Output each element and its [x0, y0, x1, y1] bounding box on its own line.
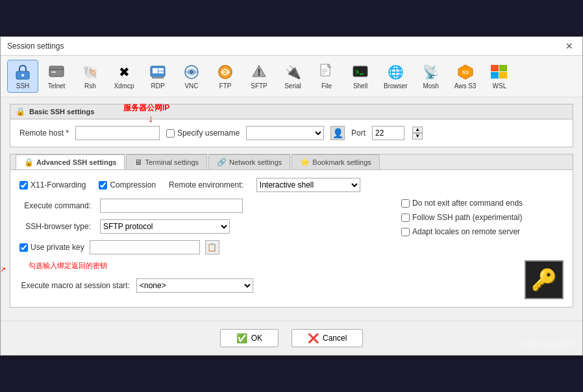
- compression-checkbox[interactable]: [99, 181, 107, 190]
- browser-icon: 🌐: [386, 63, 404, 81]
- port-input[interactable]: [372, 126, 404, 140]
- ftp-icon: [216, 63, 234, 81]
- ok-button[interactable]: ✅ OK: [220, 329, 279, 347]
- user-manage-icon[interactable]: 👤: [330, 126, 345, 140]
- server-ip-annotation: 服务器公网IP: [123, 103, 169, 114]
- x11-text: X11-Forwarding: [31, 180, 86, 190]
- specify-username-checkbox[interactable]: [166, 129, 175, 138]
- adapt-locales-checkbox[interactable]: [401, 228, 410, 236]
- macro-row: Execute macro at session start: <none>: [19, 278, 395, 293]
- bookmark-tab-icon: ⭐: [300, 158, 310, 167]
- icon-shell[interactable]: Shell: [345, 60, 376, 92]
- icon-aws-s3[interactable]: S3 Aws S3: [449, 60, 482, 92]
- icon-telnet[interactable]: Telnet: [41, 60, 72, 92]
- do-not-exit-label[interactable]: Do not exit after command ends: [401, 199, 564, 208]
- svg-point-16: [258, 74, 260, 76]
- basic-ssh-title: Basic SSH settings: [29, 108, 94, 116]
- ssh-label: SSH: [16, 82, 30, 90]
- wsl-label: WSL: [493, 82, 507, 90]
- sftp-icon: [250, 63, 268, 81]
- icon-ssh[interactable]: SSH: [7, 60, 38, 93]
- svg-rect-2: [49, 66, 64, 77]
- ok-icon: ✅: [236, 333, 247, 343]
- file-label: File: [321, 82, 332, 90]
- icon-serial[interactable]: 🔌 Serial: [277, 60, 308, 92]
- username-select[interactable]: [246, 126, 324, 140]
- do-not-exit-checkbox[interactable]: [401, 199, 410, 208]
- tab-advanced-ssh[interactable]: 🔒 Advanced SSH settings: [16, 154, 125, 169]
- tab-network[interactable]: 🔗 Network settings: [208, 154, 290, 169]
- adapt-locales-label[interactable]: Adapt locales on remote server: [401, 227, 564, 236]
- mosh-icon: 📡: [422, 63, 440, 81]
- icon-wsl[interactable]: WSL: [484, 60, 515, 92]
- execute-cmd-input[interactable]: [100, 199, 243, 213]
- left-col: Execute command: SSH-browser type: SFTP …: [19, 199, 395, 299]
- icon-sftp[interactable]: SFTP: [243, 60, 275, 92]
- port-spinner[interactable]: ▲ ▼: [412, 127, 423, 140]
- icon-xdmcp[interactable]: ✖ Xdmcp: [108, 60, 140, 92]
- key-file-browse-button[interactable]: 📋: [205, 240, 219, 254]
- close-button[interactable]: ✕: [563, 41, 576, 51]
- icon-mosh[interactable]: 📡 Mosh: [416, 60, 447, 92]
- svg-rect-8: [158, 68, 164, 71]
- svg-rect-28: [499, 72, 507, 79]
- basic-ssh-section: 🔒 Basic SSH settings 服务器公网IP ↓ Remote ho…: [10, 104, 573, 147]
- terminal-tab-icon: 🖥: [134, 158, 142, 167]
- port-label: Port: [351, 129, 366, 138]
- macro-select[interactable]: <none>: [136, 278, 253, 293]
- icon-file[interactable]: File: [311, 60, 342, 92]
- vnc-label: VNC: [184, 82, 198, 90]
- use-private-key-text: Use private key: [31, 243, 84, 252]
- watermark: CSDN @白衣BTS: [519, 339, 577, 349]
- xdmcp-label: Xdmcp: [114, 82, 134, 90]
- tab-bookmark[interactable]: ⭐ Bookmark settings: [292, 154, 379, 169]
- private-key-annotation: 勾选输入绑定返回的密钥: [29, 261, 395, 271]
- x11-label[interactable]: X11-Forwarding: [19, 180, 86, 190]
- svg-rect-27: [491, 72, 499, 79]
- icon-vnc[interactable]: VNC: [176, 60, 207, 92]
- icon-ftp[interactable]: FTP: [210, 60, 241, 92]
- macro-label: Execute macro at session start:: [19, 281, 130, 290]
- right-col: Do not exit after command ends Follow SS…: [395, 199, 564, 299]
- remote-env-select[interactable]: Interactive shell Bash Zsh Custom: [256, 178, 360, 192]
- use-private-key-checkbox[interactable]: [19, 243, 28, 252]
- specify-username-checkbox-label[interactable]: Specify username: [166, 129, 240, 138]
- rdp-icon: [149, 63, 167, 81]
- ssh-browser-select[interactable]: SFTP protocol SCP protocol: [100, 219, 230, 234]
- port-up[interactable]: ▲: [412, 127, 423, 133]
- svg-text:S3: S3: [462, 69, 469, 75]
- aws-s3-label: Aws S3: [454, 82, 477, 90]
- compression-label[interactable]: Compression: [99, 180, 156, 190]
- bookmark-tab-label: Bookmark settings: [312, 158, 371, 166]
- key-path-input[interactable]: [90, 240, 200, 254]
- basic-ssh-header: 🔒 Basic SSH settings: [10, 104, 573, 119]
- wsl-icon: [490, 63, 508, 81]
- svg-point-11: [190, 70, 193, 74]
- follow-ssh-label[interactable]: Follow SSH path (experimental): [401, 213, 564, 222]
- icon-rsh[interactable]: 🐚 Rsh: [75, 60, 106, 92]
- use-private-key-label[interactable]: Use private key: [19, 243, 84, 252]
- sftp-label: SFTP: [251, 82, 267, 90]
- icon-rdp[interactable]: RDP: [142, 60, 173, 92]
- x11-checkbox[interactable]: [19, 181, 28, 190]
- icon-browser[interactable]: 🌐 Browser: [378, 60, 413, 92]
- cancel-label: Cancel: [323, 334, 347, 343]
- remote-host-input[interactable]: [75, 126, 160, 140]
- svg-rect-7: [153, 68, 158, 73]
- specify-username-text: Specify username: [177, 129, 240, 138]
- network-tab-label: Network settings: [229, 158, 282, 166]
- execute-cmd-row: Execute command:: [19, 199, 395, 213]
- cancel-button[interactable]: ❌ Cancel: [292, 329, 363, 347]
- vnc-icon: [182, 63, 201, 81]
- mosh-label: Mosh: [423, 82, 438, 90]
- svg-rect-9: [158, 71, 164, 73]
- icon-toolbar: SSH Telnet 🐚 Rsh ✖ Xdmcp: [1, 56, 582, 97]
- basic-ssh-icon: 🔒: [16, 107, 25, 116]
- tab-terminal[interactable]: 🖥 Terminal settings: [126, 154, 207, 169]
- advanced-section: 🔒 Advanced SSH settings 🖥 Terminal setti…: [10, 154, 573, 308]
- bottom-bar: ✅ OK ❌ Cancel: [1, 321, 582, 355]
- follow-ssh-checkbox[interactable]: [401, 214, 410, 222]
- port-down[interactable]: ▼: [412, 133, 423, 140]
- ssh-browser-row: SSH-browser type: SFTP protocol SCP prot…: [19, 219, 395, 234]
- follow-ssh-text: Follow SSH path (experimental): [412, 213, 522, 222]
